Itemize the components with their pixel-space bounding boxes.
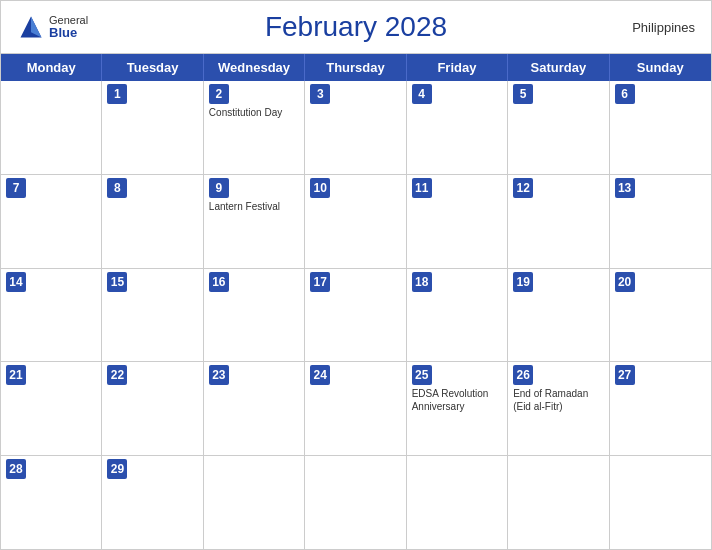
week-row-2: 789Lantern Festival10111213 bbox=[1, 175, 711, 269]
day-number: 17 bbox=[310, 272, 330, 292]
country-label: Philippines bbox=[632, 20, 695, 35]
day-cell: 9Lantern Festival bbox=[204, 175, 305, 268]
day-headers: MondayTuesdayWednesdayThursdayFridaySatu… bbox=[1, 54, 711, 81]
day-cell: 7 bbox=[1, 175, 102, 268]
week-row-1: 12Constitution Day3456 bbox=[1, 81, 711, 175]
week-row-4: 2122232425EDSA Revolution Anniversary26E… bbox=[1, 362, 711, 456]
day-number: 22 bbox=[107, 365, 127, 385]
day-cell: 21 bbox=[1, 362, 102, 455]
day-cell: 15 bbox=[102, 269, 203, 362]
day-cell: 19 bbox=[508, 269, 609, 362]
day-cell: 20 bbox=[610, 269, 711, 362]
day-number: 12 bbox=[513, 178, 533, 198]
day-number: 10 bbox=[310, 178, 330, 198]
day-cell: 13 bbox=[610, 175, 711, 268]
day-cell: 25EDSA Revolution Anniversary bbox=[407, 362, 508, 455]
day-cell: 24 bbox=[305, 362, 406, 455]
day-number: 28 bbox=[6, 459, 26, 479]
day-cell: 23 bbox=[204, 362, 305, 455]
calendar-grid: MondayTuesdayWednesdayThursdayFridaySatu… bbox=[1, 53, 711, 549]
event-text: Lantern Festival bbox=[209, 200, 299, 213]
day-cell bbox=[204, 456, 305, 549]
event-text: Constitution Day bbox=[209, 106, 299, 119]
day-number: 24 bbox=[310, 365, 330, 385]
logo-text: General Blue bbox=[49, 15, 88, 39]
day-number: 25 bbox=[412, 365, 432, 385]
day-number: 11 bbox=[412, 178, 432, 198]
day-cell: 3 bbox=[305, 81, 406, 174]
day-number: 3 bbox=[310, 84, 330, 104]
day-number: 1 bbox=[107, 84, 127, 104]
calendar-container: General Blue February 2028 Philippines M… bbox=[0, 0, 712, 550]
day-number: 18 bbox=[412, 272, 432, 292]
day-number: 9 bbox=[209, 178, 229, 198]
day-number: 6 bbox=[615, 84, 635, 104]
day-cell: 10 bbox=[305, 175, 406, 268]
day-header-friday: Friday bbox=[407, 54, 508, 81]
day-number: 7 bbox=[6, 178, 26, 198]
day-cell: 22 bbox=[102, 362, 203, 455]
day-number: 5 bbox=[513, 84, 533, 104]
day-cell: 17 bbox=[305, 269, 406, 362]
day-cell: 5 bbox=[508, 81, 609, 174]
day-number: 15 bbox=[107, 272, 127, 292]
day-number: 2 bbox=[209, 84, 229, 104]
day-cell: 29 bbox=[102, 456, 203, 549]
day-cell: 14 bbox=[1, 269, 102, 362]
day-cell: 8 bbox=[102, 175, 203, 268]
day-number: 4 bbox=[412, 84, 432, 104]
day-header-tuesday: Tuesday bbox=[102, 54, 203, 81]
day-cell: 4 bbox=[407, 81, 508, 174]
day-number: 16 bbox=[209, 272, 229, 292]
day-number: 19 bbox=[513, 272, 533, 292]
day-number: 20 bbox=[615, 272, 635, 292]
day-number: 21 bbox=[6, 365, 26, 385]
logo-blue: Blue bbox=[49, 26, 88, 39]
day-cell: 1 bbox=[102, 81, 203, 174]
day-number: 23 bbox=[209, 365, 229, 385]
day-cell: 27 bbox=[610, 362, 711, 455]
day-number: 29 bbox=[107, 459, 127, 479]
day-cell: 28 bbox=[1, 456, 102, 549]
day-cell: 16 bbox=[204, 269, 305, 362]
day-header-monday: Monday bbox=[1, 54, 102, 81]
day-cell: 18 bbox=[407, 269, 508, 362]
day-number: 8 bbox=[107, 178, 127, 198]
day-cell: 26End of Ramadan (Eid al-Fitr) bbox=[508, 362, 609, 455]
day-cell: 12 bbox=[508, 175, 609, 268]
day-number: 14 bbox=[6, 272, 26, 292]
day-number: 26 bbox=[513, 365, 533, 385]
calendar-header: General Blue February 2028 Philippines bbox=[1, 1, 711, 53]
calendar-title: February 2028 bbox=[265, 11, 447, 43]
day-cell: 2Constitution Day bbox=[204, 81, 305, 174]
day-cell bbox=[305, 456, 406, 549]
day-cell: 11 bbox=[407, 175, 508, 268]
day-cell: 6 bbox=[610, 81, 711, 174]
day-header-thursday: Thursday bbox=[305, 54, 406, 81]
week-row-3: 14151617181920 bbox=[1, 269, 711, 363]
day-header-sunday: Sunday bbox=[610, 54, 711, 81]
day-cell bbox=[407, 456, 508, 549]
event-text: EDSA Revolution Anniversary bbox=[412, 387, 502, 413]
week-row-5: 2829 bbox=[1, 456, 711, 549]
day-number: 13 bbox=[615, 178, 635, 198]
logo: General Blue bbox=[17, 13, 88, 41]
logo-icon bbox=[17, 13, 45, 41]
day-header-wednesday: Wednesday bbox=[204, 54, 305, 81]
day-number: 27 bbox=[615, 365, 635, 385]
event-text: End of Ramadan (Eid al-Fitr) bbox=[513, 387, 603, 413]
day-cell bbox=[610, 456, 711, 549]
day-header-saturday: Saturday bbox=[508, 54, 609, 81]
weeks: 12Constitution Day3456789Lantern Festiva… bbox=[1, 81, 711, 549]
day-cell bbox=[1, 81, 102, 174]
day-cell bbox=[508, 456, 609, 549]
